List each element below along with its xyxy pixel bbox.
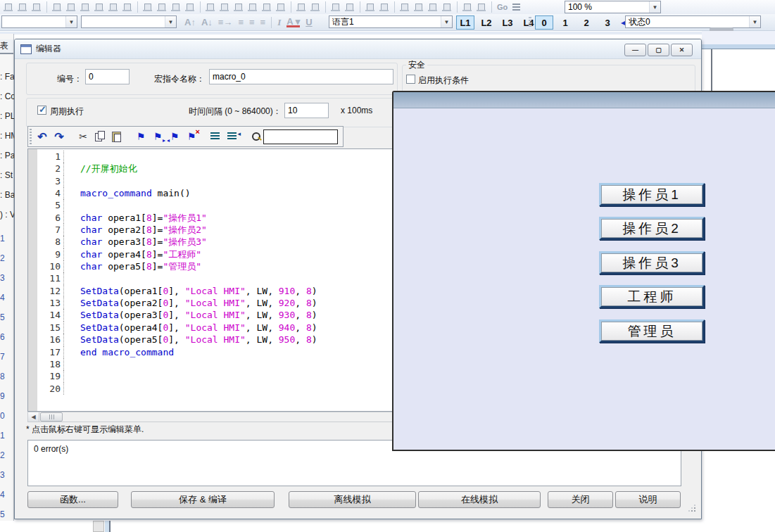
tree-item-fragment[interactable]: 5	[0, 312, 14, 322]
align-left-icon[interactable]	[51, 1, 63, 13]
align-bottom-icon[interactable]	[121, 1, 134, 13]
snap-grid-icon[interactable]	[329, 1, 342, 13]
function-list-icon[interactable]	[208, 129, 222, 144]
italic-icon[interactable]: I	[277, 17, 281, 28]
tree-item-fragment[interactable]: 3	[0, 470, 14, 480]
flip-vertical-icon[interactable]	[412, 1, 425, 13]
chevron-down-icon[interactable]: ▼	[441, 16, 452, 27]
tree-item-fragment[interactable]: 2	[0, 450, 14, 460]
tree-item-fragment[interactable]: 0	[0, 411, 14, 421]
scrollbar-thumb[interactable]	[40, 412, 63, 422]
tree-item-fragment[interactable]: 9	[0, 391, 14, 401]
paste-icon[interactable]	[110, 129, 124, 144]
functions-button[interactable]: 函数...	[27, 491, 118, 508]
rotate-right-icon[interactable]	[441, 1, 453, 13]
help-button[interactable]: 说明	[615, 491, 681, 508]
tree-item-fragment[interactable]: 5	[0, 509, 14, 519]
state-button-1[interactable]: 1	[556, 15, 574, 30]
minimize-button[interactable]: —	[624, 44, 646, 56]
hmi-role-button-4[interactable]: 工程师	[599, 285, 705, 308]
same-width-icon[interactable]	[204, 1, 217, 13]
align-text-left-icon[interactable]: ≡	[238, 17, 244, 27]
distribute-h-icon[interactable]	[141, 1, 154, 13]
align-top-icon[interactable]	[79, 1, 92, 13]
tree-item-fragment[interactable]: 4	[0, 293, 14, 303]
online-sim-button[interactable]: 在线模拟	[418, 491, 541, 508]
maximize-button[interactable]: ▢	[648, 44, 669, 56]
hmi-titlebar[interactable]	[393, 92, 775, 108]
hmi-role-button-5[interactable]: 管理员	[599, 319, 705, 343]
next-bookmark-icon[interactable]	[151, 129, 165, 144]
periodic-checkbox[interactable]	[37, 106, 46, 115]
group-icon[interactable]	[461, 1, 474, 13]
underline-icon[interactable]: U	[305, 17, 312, 27]
align-h-center-icon[interactable]	[65, 1, 77, 13]
font-combobox[interactable]: ▼	[81, 15, 177, 28]
tree-item-fragment[interactable]: 1	[0, 234, 14, 243]
space-across-icon[interactable]	[170, 1, 182, 13]
tree-item-fragment[interactable]: ) : V	[0, 210, 14, 220]
distribute-v-icon[interactable]	[156, 1, 168, 13]
fit-height-icon[interactable]	[309, 1, 322, 13]
snap-object-icon[interactable]	[344, 1, 356, 13]
macro-id-input[interactable]: 0	[85, 69, 130, 84]
layer-front-icon[interactable]	[364, 1, 377, 13]
flip-horizontal-icon[interactable]	[398, 1, 411, 13]
height-plus-icon[interactable]	[260, 1, 273, 13]
macro-name-input[interactable]: macro_0	[209, 69, 393, 84]
width-plus-icon[interactable]	[246, 1, 259, 13]
zoom-combobox[interactable]: 100 % ▼	[565, 1, 661, 13]
exec-condition-checkbox[interactable]	[406, 75, 415, 84]
clear-bookmarks-icon[interactable]	[184, 129, 199, 144]
window-tree-tab[interactable]: 表	[0, 39, 13, 54]
rotate-left-icon[interactable]	[427, 1, 439, 13]
tree-item-fragment[interactable]: : Co	[0, 91, 14, 101]
find-input[interactable]	[263, 129, 338, 144]
tree-item-fragment[interactable]: 1	[0, 431, 14, 441]
size-plus-icon[interactable]	[275, 1, 287, 13]
state-combobox[interactable]: 状态0 ▼	[625, 15, 761, 28]
chevron-down-icon[interactable]: ▼	[165, 16, 176, 27]
pattern-fill-icon[interactable]	[2, 1, 15, 13]
font-enlarge-icon[interactable]: A↑	[184, 17, 196, 27]
tree-item-fragment[interactable]: 4	[0, 490, 14, 500]
panel-scrollbar-fragment[interactable]	[105, 521, 111, 532]
tree-item-fragment[interactable]: : St	[0, 170, 14, 180]
save-compile-button[interactable]: 保存 & 编译	[131, 491, 275, 508]
align-text-center-icon[interactable]: ≡	[249, 17, 255, 27]
find-icon[interactable]	[249, 129, 263, 144]
scroll-left-icon[interactable]: ◀	[28, 412, 39, 422]
layer-list-icon[interactable]	[512, 3, 522, 11]
font-shrink-icon[interactable]: A↓	[201, 17, 213, 27]
tree-item-fragment[interactable]: 6	[0, 332, 14, 342]
chevron-down-icon[interactable]: ▼	[65, 16, 77, 27]
same-size-icon[interactable]	[232, 1, 245, 13]
tree-item-fragment[interactable]: 2	[0, 253, 14, 263]
language-combobox[interactable]: 语言1 ▼	[329, 15, 453, 28]
prev-bookmark-icon[interactable]	[168, 129, 182, 144]
ungroup-icon[interactable]	[475, 1, 488, 13]
hmi-role-button-3[interactable]: 操作员3	[599, 251, 705, 274]
align-right-icon[interactable]	[107, 1, 120, 13]
hmi-role-button-1[interactable]: 操作员1	[599, 183, 705, 206]
same-height-icon[interactable]	[218, 1, 231, 13]
chevron-down-icon[interactable]: ▼	[749, 16, 760, 27]
shape-library-combobox[interactable]: ▼	[1, 15, 77, 28]
state-button-2[interactable]: 2	[577, 15, 596, 30]
resize-grip[interactable]	[688, 505, 695, 512]
tree-item-fragment[interactable]: : Pa	[0, 151, 14, 160]
state-button-0[interactable]: 0	[535, 15, 553, 30]
layer-back-icon[interactable]	[378, 1, 391, 13]
state-button-3[interactable]: 3	[598, 15, 617, 30]
close-button[interactable]: ✕	[671, 44, 693, 56]
toggle-bookmark-icon[interactable]	[134, 129, 148, 144]
insert-function-icon[interactable]	[225, 129, 239, 144]
offline-sim-button[interactable]: 离线模拟	[289, 491, 416, 508]
toolbar-grip[interactable]	[30, 129, 32, 144]
text-resize-icon[interactable]: ≡→	[218, 17, 233, 27]
solid-fill-icon[interactable]	[30, 1, 43, 13]
interval-input[interactable]: 10	[284, 103, 329, 118]
align-v-center-icon[interactable]	[93, 1, 106, 13]
tree-item-fragment[interactable]: : Fa	[0, 72, 14, 82]
hmi-role-button-2[interactable]: 操作员2	[599, 217, 705, 240]
